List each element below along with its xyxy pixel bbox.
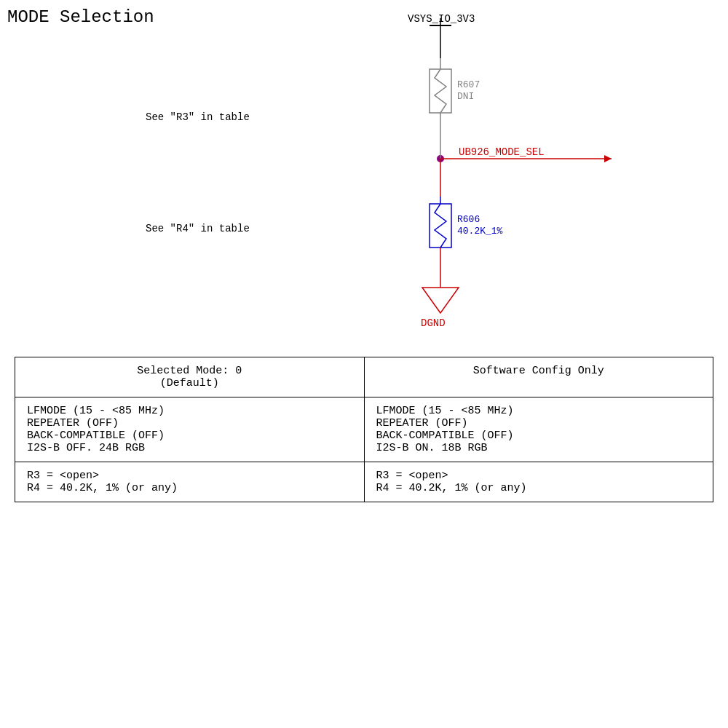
dgnd-label: DGND [421,317,446,329]
vsys-label: VSYS_IO_3V3 [408,13,475,25]
modes-col2-line3: BACK-COMPATIBLE (OFF) [376,430,702,442]
see-r4-text: See "R4" in table [146,223,250,234]
modes-col2-line4: I2S-B ON. 18B RGB [376,442,702,454]
header-col1: Selected Mode: 0 (Default) [15,357,365,397]
table-header-row: Selected Mode: 0 (Default) Software Conf… [15,357,713,397]
schematic-area: VSYS_IO_3V3 R607 DNI UB926_MODE_SEL [0,0,728,349]
resistors-col2: R3 = <open> R4 = 40.2K, 1% (or any) [364,462,713,502]
resistors-col1: R3 = <open> R4 = 40.2K, 1% (or any) [15,462,365,502]
svg-marker-16 [422,288,459,313]
header-col1-line2: (Default) [160,377,219,389]
resistors-col1-line2: R4 = 40.2K, 1% (or any) [27,482,352,494]
svg-marker-10 [604,155,612,162]
modes-col1-line2: REPEATER (OFF) [27,417,352,430]
modes-col1-line3: BACK-COMPATIBLE (OFF) [27,430,352,442]
see-r3-text: See "R3" in table [146,111,250,123]
modes-col1: LFMODE (15 - <85 MHz) REPEATER (OFF) BAC… [15,397,365,462]
modes-col2: LFMODE (15 - <85 MHz) REPEATER (OFF) BAC… [364,397,713,462]
r607-value: DNI [457,91,474,102]
resistors-col1-line1: R3 = <open> [27,470,352,482]
table-row-modes: LFMODE (15 - <85 MHz) REPEATER (OFF) BAC… [15,397,713,462]
resistors-col2-line1: R3 = <open> [376,470,702,482]
r607-label: R607 [457,79,480,90]
table-area: Selected Mode: 0 (Default) Software Conf… [15,357,713,502]
modes-col2-line2: REPEATER (OFF) [376,417,702,430]
r606-label: R606 [457,214,480,225]
modes-col1-line4: I2S-B OFF. 24B RGB [27,442,352,454]
net-label: UB926_MODE_SEL [459,146,545,158]
resistors-col2-line2: R4 = 40.2K, 1% (or any) [376,482,702,494]
header-col1-line1: Selected Mode: 0 [137,365,242,377]
modes-col2-line1: LFMODE (15 - <85 MHz) [376,405,702,417]
modes-col1-line1: LFMODE (15 - <85 MHz) [27,405,352,417]
r606-value: 40.2K_1% [457,226,503,237]
table-row-resistors: R3 = <open> R4 = 40.2K, 1% (or any) R3 =… [15,462,713,502]
header-col2: Software Config Only [364,357,713,397]
